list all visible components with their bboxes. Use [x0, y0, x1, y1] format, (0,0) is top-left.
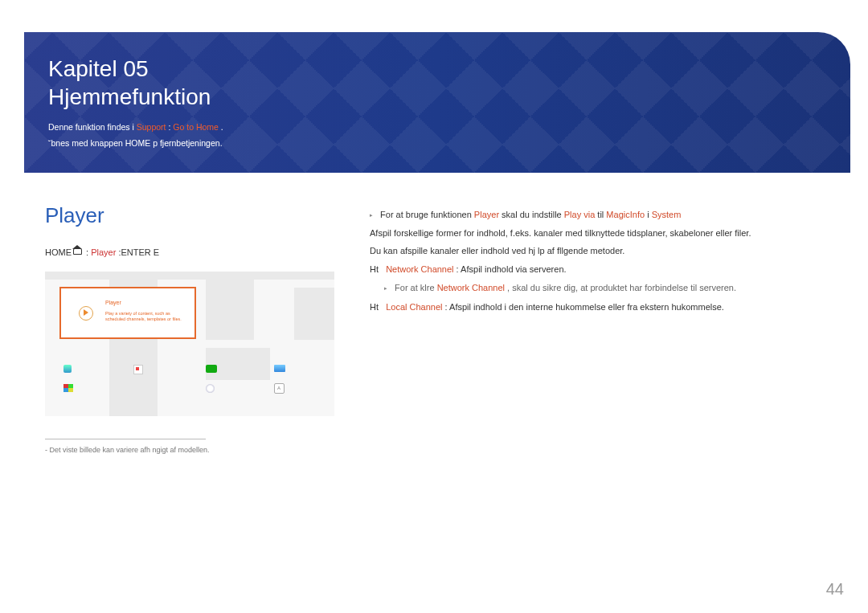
thumb-icon [63, 384, 73, 392]
network-channel-line: Ht Network Channel : Afspil indhold via … [370, 262, 839, 277]
shade [294, 288, 334, 340]
screen-preview: Player Play a variety of content, such a… [45, 272, 334, 416]
play-icon [79, 306, 93, 321]
tile-sub: Play a variety of content, such as sched… [105, 311, 190, 322]
info-line: For at bruge funktionen Player skal du i… [370, 207, 839, 223]
chapter-number: Kapitel 05 [48, 56, 149, 81]
player-tile: Player Play a variety of content, such a… [59, 287, 196, 339]
path-home: HOME [45, 247, 72, 257]
thumb-icon: A [274, 383, 285, 394]
home-icon [73, 248, 82, 255]
thumb-icon [206, 365, 217, 373]
menu-path: HOME : Player :ENTER E [45, 247, 350, 257]
go-to-home-label: Go to Home [173, 122, 219, 132]
right-column: For at bruge funktionen Player skal du i… [370, 207, 839, 318]
chapter-name: Hjemmefunktion [48, 84, 211, 109]
shade [206, 272, 254, 340]
thumb-icon [63, 365, 72, 373]
local-channel-line: Ht Local Channel : Afspil indhold i den … [370, 300, 839, 315]
desc-line: Du kan afspille kanaler eller indhold ve… [370, 243, 839, 259]
tile-title: Player [105, 300, 121, 305]
shade [45, 272, 334, 280]
page-number: 44 [826, 580, 844, 599]
desc-line: Afspil forskellige former for indhold, f… [370, 226, 839, 241]
network-channel-label: Network Channel [386, 264, 453, 274]
function-location: Denne funktion findes i Support : Go to … [48, 122, 826, 132]
network-channel-sub: For at klre Network Channel , skal du si… [384, 280, 839, 296]
shade [206, 348, 270, 380]
local-channel-label: Local Channel [386, 302, 442, 312]
left-column: Player HOME : Player :ENTER E Player Pla… [45, 189, 350, 454]
section-title: Player [45, 203, 350, 228]
support-label: Support [137, 122, 166, 132]
footnote: Det viste billede kan variere afh ngigt … [45, 446, 350, 454]
thumb-icon [206, 384, 215, 393]
path-enter: :ENTER E [118, 247, 159, 257]
chapter-header: Kapitel 05 Hjemmefunktion Denne funktion… [24, 32, 850, 173]
thumb-icon [133, 365, 143, 374]
manual-page: Kapitel 05 Hjemmefunktion Denne funktion… [0, 0, 868, 613]
open-instruction: ˘bnes med knappen HOME p fjernbetjeninge… [48, 138, 826, 148]
thumb-icon [274, 365, 285, 372]
path-player: Player [91, 247, 116, 257]
chapter-title: Kapitel 05 Hjemmefunktion [48, 55, 826, 111]
footnote-rule [45, 439, 206, 439]
